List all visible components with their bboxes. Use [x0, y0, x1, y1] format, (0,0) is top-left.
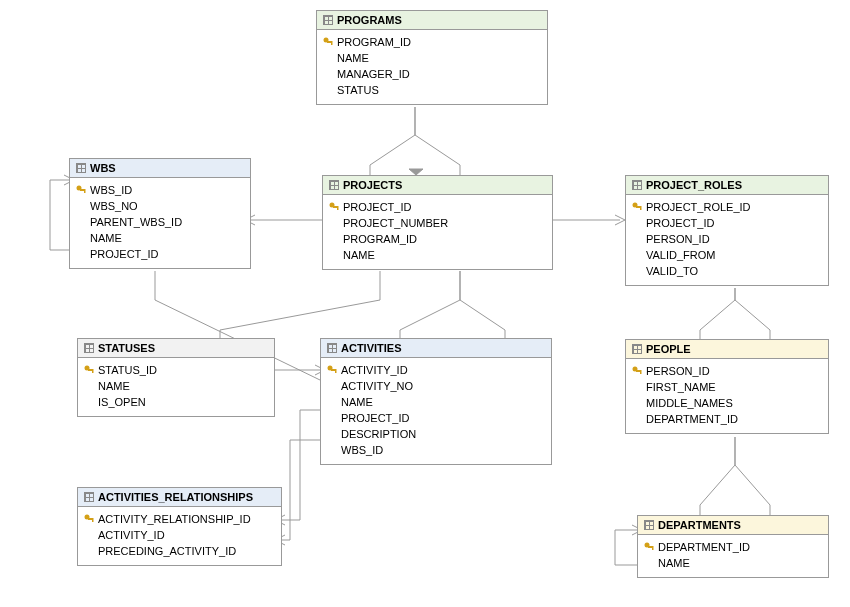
table-column: STATUS [323, 82, 541, 98]
column-label: PERSON_ID [646, 363, 710, 379]
key-icon [327, 365, 337, 375]
column-label: WBS_ID [90, 182, 132, 198]
table-column: ACTIVITY_ID [327, 362, 545, 378]
column-label: PROGRAM_ID [343, 231, 417, 247]
table-column: PROJECT_ID [329, 199, 546, 215]
table-title: PROJECTS [343, 179, 402, 191]
table-icon [632, 344, 642, 354]
svg-rect-5 [84, 189, 86, 193]
table-column: STATUS_ID [84, 362, 268, 378]
table-column: WBS_ID [327, 442, 545, 458]
table-column: PROGRAM_ID [329, 231, 546, 247]
column-label: MIDDLE_NAMES [646, 395, 733, 411]
svg-rect-8 [337, 206, 339, 210]
column-label: VALID_TO [646, 263, 698, 279]
table-header: ACTIVITIES_RELATIONSHIPS [78, 488, 281, 507]
table-column: PROGRAM_ID [323, 34, 541, 50]
table-column: PERSON_ID [632, 231, 822, 247]
svg-rect-11 [640, 206, 642, 210]
column-label: NAME [90, 230, 122, 246]
table-header: PEOPLE [626, 340, 828, 359]
table-header: PROJECT_ROLES [626, 176, 828, 195]
table-activities: ACTIVITIES ACTIVITY_ID ACTIVITY_NO NAME … [320, 338, 552, 465]
key-icon [323, 37, 333, 47]
svg-rect-26 [652, 546, 654, 550]
svg-rect-23 [92, 518, 94, 522]
column-label: MANAGER_ID [337, 66, 410, 82]
table-column: MANAGER_ID [323, 66, 541, 82]
table-statuses: STATUSES STATUS_ID NAME IS_OPEN [77, 338, 275, 417]
table-column: DEPARTMENT_ID [644, 539, 822, 555]
table-column: PROJECT_ID [632, 215, 822, 231]
table-column: PROJECT_ID [76, 246, 244, 262]
table-body: PERSON_ID FIRST_NAME MIDDLE_NAMES DEPART… [626, 359, 828, 433]
table-column: ACTIVITY_ID [84, 527, 275, 543]
table-header: DEPARTMENTS [638, 516, 828, 535]
column-label: ACTIVITY_RELATIONSHIP_ID [98, 511, 251, 527]
table-title: PROGRAMS [337, 14, 402, 26]
key-icon [84, 514, 94, 524]
table-body: PROJECT_ID PROJECT_NUMBER PROGRAM_ID NAM… [323, 195, 552, 269]
table-column: MIDDLE_NAMES [632, 395, 822, 411]
key-icon [632, 202, 642, 212]
table-column: VALID_FROM [632, 247, 822, 263]
svg-rect-14 [92, 369, 94, 373]
table-column: NAME [76, 230, 244, 246]
column-label: ACTIVITY_NO [341, 378, 413, 394]
column-label: PRECEDING_ACTIVITY_ID [98, 543, 236, 559]
table-column: FIRST_NAME [632, 379, 822, 395]
svg-rect-17 [335, 369, 337, 373]
table-column: ACTIVITY_NO [327, 378, 545, 394]
column-label: PROGRAM_ID [337, 34, 411, 50]
key-icon [329, 202, 339, 212]
table-column: PRECEDING_ACTIVITY_ID [84, 543, 275, 559]
table-body: DEPARTMENT_ID NAME [638, 535, 828, 577]
column-label: PROJECT_ID [90, 246, 158, 262]
table-header: ACTIVITIES [321, 339, 551, 358]
table-body: PROJECT_ROLE_ID PROJECT_ID PERSON_ID VAL… [626, 195, 828, 285]
table-icon [84, 343, 94, 353]
column-label: NAME [343, 247, 375, 263]
table-body: ACTIVITY_RELATIONSHIP_ID ACTIVITY_ID PRE… [78, 507, 281, 565]
table-people: PEOPLE PERSON_ID FIRST_NAME MIDDLE_NAMES… [625, 339, 829, 434]
column-label: PROJECT_ID [341, 410, 409, 426]
column-label: PROJECT_ROLE_ID [646, 199, 751, 215]
table-column: PROJECT_NUMBER [329, 215, 546, 231]
table-title: ACTIVITIES_RELATIONSHIPS [98, 491, 253, 503]
table-header: WBS [70, 159, 250, 178]
table-column: DEPARTMENT_ID [632, 411, 822, 427]
column-label: STATUS_ID [98, 362, 157, 378]
key-icon [84, 365, 94, 375]
table-column: NAME [84, 378, 268, 394]
column-label: PROJECT_ID [646, 215, 714, 231]
column-label: NAME [337, 50, 369, 66]
table-column: IS_OPEN [84, 394, 268, 410]
table-body: WBS_ID WBS_NO PARENT_WBS_ID NAME PROJECT… [70, 178, 250, 268]
key-icon [632, 366, 642, 376]
table-projects: PROJECTS PROJECT_ID PROJECT_NUMBER PROGR… [322, 175, 553, 270]
table-column: NAME [329, 247, 546, 263]
table-icon [632, 180, 642, 190]
column-label: IS_OPEN [98, 394, 146, 410]
svg-rect-20 [640, 370, 642, 374]
column-label: NAME [658, 555, 690, 571]
column-label: ACTIVITY_ID [341, 362, 408, 378]
svg-rect-2 [331, 41, 333, 45]
table-header: STATUSES [78, 339, 274, 358]
table-title: PROJECT_ROLES [646, 179, 742, 191]
table-column: DESCRIPTION [327, 426, 545, 442]
table-column: NAME [323, 50, 541, 66]
table-icon [84, 492, 94, 502]
table-icon [644, 520, 654, 530]
column-label: DEPARTMENT_ID [646, 411, 738, 427]
table-icon [329, 180, 339, 190]
table-column: PROJECT_ROLE_ID [632, 199, 822, 215]
table-column: WBS_NO [76, 198, 244, 214]
column-label: ACTIVITY_ID [98, 527, 165, 543]
table-programs: PROGRAMS PROGRAM_ID NAME MANAGER_ID STAT… [316, 10, 548, 105]
table-title: PEOPLE [646, 343, 691, 355]
table-title: STATUSES [98, 342, 155, 354]
table-icon [323, 15, 333, 25]
table-icon [327, 343, 337, 353]
table-wbs: WBS WBS_ID WBS_NO PARENT_WBS_ID NAME PRO… [69, 158, 251, 269]
